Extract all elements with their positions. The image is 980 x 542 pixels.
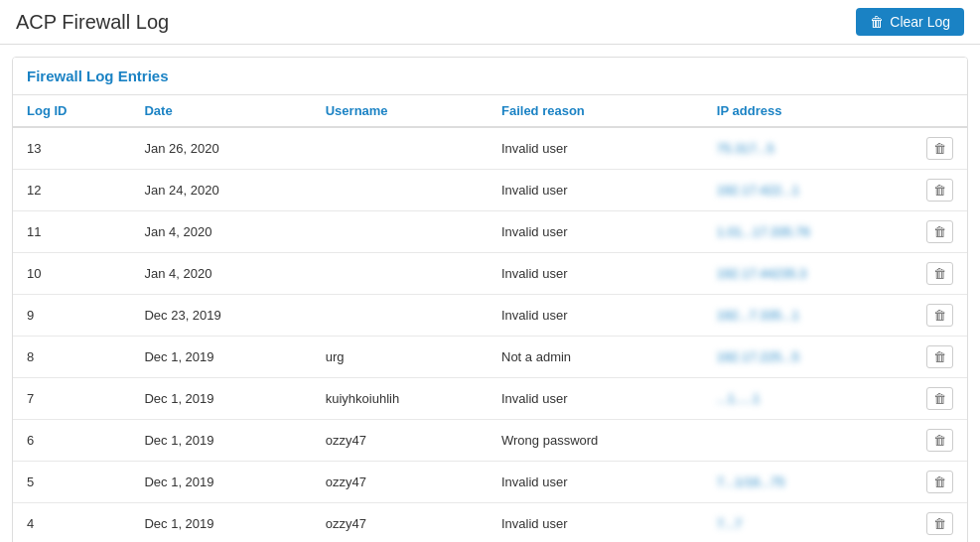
cell-date: Jan 26, 2020 bbox=[130, 127, 311, 170]
trash-icon: 🗑 bbox=[870, 14, 884, 30]
cell-log-id: 13 bbox=[13, 127, 130, 170]
cell-log-id: 11 bbox=[13, 211, 130, 253]
col-header-date: Date bbox=[130, 95, 311, 127]
table-row: 8Dec 1, 2019urgNot a admin192.17.225...5… bbox=[13, 337, 967, 378]
delete-row-button[interactable]: 🗑 bbox=[926, 262, 953, 285]
cell-failed-reason: Invalid user bbox=[488, 253, 703, 295]
cell-ip-address: 192...7.335...1 bbox=[703, 295, 912, 337]
table-row: 4Dec 1, 2019ozzy47Invalid user7...7🗑 bbox=[13, 503, 967, 543]
cell-log-id: 6 bbox=[13, 420, 130, 462]
cell-action: 🗑 bbox=[912, 503, 967, 543]
page-header: ACP Firewall Log 🗑 Clear Log bbox=[0, 0, 980, 45]
cell-failed-reason: Not a admin bbox=[488, 337, 703, 378]
table-section-title: Firewall Log Entries bbox=[13, 58, 967, 95]
col-header-ip-address: IP address bbox=[703, 95, 912, 127]
cell-username: ozzy47 bbox=[312, 462, 488, 503]
cell-date: Jan 4, 2020 bbox=[130, 211, 311, 253]
table-row: 11Jan 4, 2020Invalid user1.01...17.335.7… bbox=[13, 211, 967, 253]
cell-failed-reason: Invalid user bbox=[488, 503, 703, 543]
delete-row-button[interactable]: 🗑 bbox=[926, 220, 953, 243]
cell-log-id: 5 bbox=[13, 462, 130, 503]
delete-row-button[interactable]: 🗑 bbox=[926, 512, 953, 535]
cell-failed-reason: Invalid user bbox=[488, 170, 703, 211]
cell-ip-address: 7...7 bbox=[703, 503, 912, 543]
cell-ip-address: 192.17.44235.3 bbox=[703, 253, 912, 295]
table-row: 10Jan 4, 2020Invalid user192.17.44235.3🗑 bbox=[13, 253, 967, 295]
cell-failed-reason: Invalid user bbox=[488, 462, 703, 503]
cell-date: Dec 1, 2019 bbox=[130, 503, 311, 543]
clear-log-label: Clear Log bbox=[890, 14, 950, 30]
cell-username: ozzy47 bbox=[312, 503, 488, 543]
table-row: 7Dec 1, 2019kuiyhkoiuhlihInvalid user...… bbox=[13, 378, 967, 420]
cell-username: kuiyhkoiuhlih bbox=[312, 378, 488, 420]
cell-action: 🗑 bbox=[912, 337, 967, 378]
cell-date: Dec 1, 2019 bbox=[130, 462, 311, 503]
cell-username bbox=[312, 253, 488, 295]
cell-failed-reason: Invalid user bbox=[488, 295, 703, 337]
cell-action: 🗑 bbox=[912, 420, 967, 462]
cell-log-id: 9 bbox=[13, 295, 130, 337]
cell-date: Dec 1, 2019 bbox=[130, 337, 311, 378]
cell-date: Dec 1, 2019 bbox=[130, 420, 311, 462]
cell-date: Dec 1, 2019 bbox=[130, 378, 311, 420]
cell-action: 🗑 bbox=[912, 253, 967, 295]
cell-failed-reason: Invalid user bbox=[488, 378, 703, 420]
page-title: ACP Firewall Log bbox=[16, 11, 169, 34]
cell-failed-reason: Wrong password bbox=[488, 420, 703, 462]
table-row: 9Dec 23, 2019Invalid user192...7.335...1… bbox=[13, 295, 967, 337]
col-header-action bbox=[912, 95, 967, 127]
delete-row-button[interactable]: 🗑 bbox=[926, 471, 953, 493]
table-row: 13Jan 26, 2020Invalid user75.317...5🗑 bbox=[13, 127, 967, 170]
table-row: 5Dec 1, 2019ozzy47Invalid user7...1/16..… bbox=[13, 462, 967, 503]
cell-ip-address: 1.01...17.335.76 bbox=[703, 211, 912, 253]
cell-log-id: 12 bbox=[13, 170, 130, 211]
delete-row-button[interactable]: 🗑 bbox=[926, 179, 953, 202]
cell-username: ozzy47 bbox=[312, 420, 488, 462]
cell-log-id: 8 bbox=[13, 337, 130, 378]
delete-row-button[interactable]: 🗑 bbox=[926, 304, 953, 327]
delete-row-button[interactable]: 🗑 bbox=[926, 387, 953, 410]
delete-row-button[interactable]: 🗑 bbox=[926, 137, 953, 160]
cell-action: 🗑 bbox=[912, 170, 967, 211]
cell-ip-address: 192.17.422...1 bbox=[703, 170, 912, 211]
cell-action: 🗑 bbox=[912, 211, 967, 253]
cell-username bbox=[312, 211, 488, 253]
table-row: 6Dec 1, 2019ozzy47Wrong password🗑 bbox=[13, 420, 967, 462]
cell-action: 🗑 bbox=[912, 295, 967, 337]
delete-row-button[interactable]: 🗑 bbox=[926, 345, 953, 368]
cell-action: 🗑 bbox=[912, 462, 967, 503]
cell-username bbox=[312, 170, 488, 211]
col-header-log-id: Log ID bbox=[13, 95, 130, 127]
cell-log-id: 4 bbox=[13, 503, 130, 543]
cell-ip-address: 7...1/16...75 bbox=[703, 462, 912, 503]
cell-ip-address bbox=[703, 420, 912, 462]
cell-date: Dec 23, 2019 bbox=[130, 295, 311, 337]
cell-username bbox=[312, 127, 488, 170]
delete-row-button[interactable]: 🗑 bbox=[926, 429, 953, 452]
cell-username: urg bbox=[312, 337, 488, 378]
cell-ip-address: 75.317...5 bbox=[703, 127, 912, 170]
cell-action: 🗑 bbox=[912, 378, 967, 420]
col-header-failed-reason: Failed reason bbox=[488, 95, 703, 127]
table-header-row: Log ID Date Username Failed reason IP ad… bbox=[13, 95, 967, 127]
cell-failed-reason: Invalid user bbox=[488, 127, 703, 170]
cell-action: 🗑 bbox=[912, 127, 967, 170]
clear-log-button[interactable]: 🗑 Clear Log bbox=[856, 8, 964, 36]
cell-failed-reason: Invalid user bbox=[488, 211, 703, 253]
cell-ip-address: ...1.....1 bbox=[703, 378, 912, 420]
cell-log-id: 10 bbox=[13, 253, 130, 295]
firewall-log-table-container: Firewall Log Entries Log ID Date Usernam… bbox=[12, 57, 968, 542]
col-header-username: Username bbox=[312, 95, 488, 127]
firewall-log-table: Log ID Date Username Failed reason IP ad… bbox=[13, 95, 967, 542]
cell-log-id: 7 bbox=[13, 378, 130, 420]
cell-ip-address: 192.17.225...5 bbox=[703, 337, 912, 378]
page-wrapper: ACP Firewall Log 🗑 Clear Log Firewall Lo… bbox=[0, 0, 980, 542]
cell-username bbox=[312, 295, 488, 337]
table-row: 12Jan 24, 2020Invalid user192.17.422...1… bbox=[13, 170, 967, 211]
cell-date: Jan 24, 2020 bbox=[130, 170, 311, 211]
cell-date: Jan 4, 2020 bbox=[130, 253, 311, 295]
